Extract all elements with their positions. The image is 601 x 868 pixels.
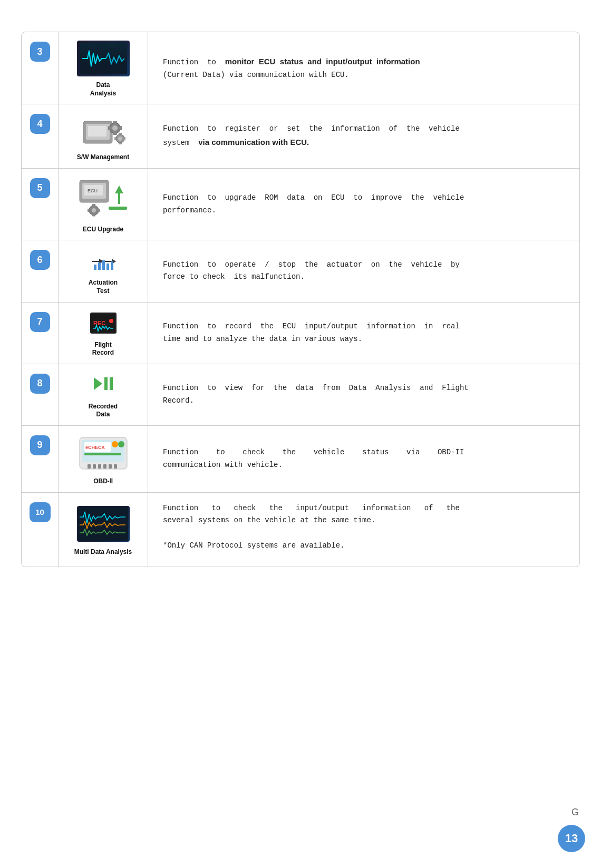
svg-text:REC: REC [93, 320, 105, 326]
icon-cell: RecordedData [59, 364, 148, 425]
obd-icon: eCHECK [77, 435, 130, 471]
icon-cell: ECU ECU Upgrade [59, 169, 148, 240]
svg-rect-42 [104, 377, 108, 390]
svg-rect-52 [93, 464, 96, 469]
icon-box: ECU [74, 175, 132, 222]
number-badge: 9 [30, 435, 50, 455]
recorded-data-icon [93, 375, 114, 394]
description-cell: Function to check the vehicle status via… [148, 426, 579, 492]
description-cell: Function to view for the data from Data … [148, 364, 579, 425]
number-badge: 4 [30, 114, 50, 134]
description-text: Function to view for the data from Data … [163, 382, 469, 407]
svg-rect-10 [120, 126, 122, 130]
svg-rect-9 [108, 126, 110, 130]
svg-rect-56 [114, 464, 117, 469]
icon-cell: Multi Data Analysis [59, 493, 148, 567]
svg-rect-15 [114, 137, 116, 140]
row-number-cell: 6 [22, 240, 59, 301]
icon-box [74, 503, 132, 545]
number-badge: 5 [30, 178, 50, 198]
svg-text:ECU: ECU [88, 188, 98, 193]
icon-label: RecordedData [89, 403, 118, 419]
description-text: Function to record the ECU input/output … [163, 320, 460, 346]
svg-rect-4 [88, 126, 106, 136]
icon-label: Multi Data Analysis [74, 548, 132, 557]
svg-point-12 [118, 136, 122, 141]
description-text: Function to check the input/output infor… [163, 502, 460, 552]
number-badge: 7 [30, 312, 50, 332]
row-number-cell: 9 [22, 426, 59, 492]
table-row: 4 [22, 104, 579, 169]
icon-label: DataAnalysis [90, 81, 116, 97]
description-text: Function to register or set the informat… [163, 123, 460, 150]
sw-mgmt-icon [80, 113, 127, 148]
description-text: Function to monitor ECU status and input… [163, 55, 420, 82]
svg-rect-37 [111, 261, 113, 270]
table-row: 3 [22, 32, 579, 104]
table-row: 8 RecordedData Function to [22, 364, 579, 426]
icon-label: OBD-Ⅱ [93, 477, 113, 486]
row-number-cell: 10 [22, 493, 59, 567]
description-cell: Function to record the ECU input/output … [148, 303, 579, 364]
svg-rect-53 [98, 464, 101, 469]
description-text: Function to operate / stop the actuator … [163, 259, 460, 284]
icon-label: S/W Management [77, 153, 129, 162]
svg-rect-1 [80, 43, 127, 74]
svg-rect-48 [84, 453, 121, 455]
svg-point-40 [109, 319, 113, 323]
svg-rect-35 [102, 260, 105, 270]
page-number: 13 [558, 825, 585, 852]
row-number-cell: 3 [22, 32, 59, 104]
svg-rect-25 [92, 204, 95, 206]
data-analysis-icon [77, 41, 130, 76]
svg-marker-21 [115, 186, 123, 204]
svg-rect-14 [119, 143, 122, 144]
svg-marker-41 [94, 377, 102, 390]
svg-rect-16 [124, 137, 125, 140]
svg-rect-55 [109, 464, 112, 469]
icon-box: REC [74, 309, 132, 338]
number-badge: 10 [30, 502, 51, 522]
number-badge: 6 [30, 250, 50, 270]
icon-box [74, 370, 132, 399]
svg-rect-26 [92, 214, 95, 217]
multi-data-analysis-icon [77, 506, 130, 542]
svg-point-49 [112, 441, 118, 447]
table-row: 6 [22, 240, 579, 302]
description-cell: Function to operate / stop the actuator … [148, 240, 579, 301]
icon-label: ActuationTest [89, 279, 118, 295]
description-text: Function to upgrade ROM data on ECU to i… [163, 192, 464, 217]
ecu-upgrade-icon: ECU [77, 180, 130, 217]
icon-cell: S/W Management [59, 104, 148, 168]
table-row: 10 Multi Data [22, 493, 579, 567]
icon-box [74, 247, 132, 276]
svg-rect-51 [88, 464, 91, 469]
icon-box [74, 38, 132, 78]
description-text: Function to check the vehicle status via… [163, 446, 464, 472]
flight-record-icon: REC [90, 313, 117, 334]
table-row: 5 ECU [22, 169, 579, 241]
table-row: 7 REC FlightRecord [22, 303, 579, 364]
description-cell: Function to upgrade ROM data on ECU to i… [148, 169, 579, 240]
svg-rect-33 [94, 265, 96, 270]
svg-point-24 [92, 208, 96, 212]
description-cell: Function to register or set the informat… [148, 104, 579, 168]
icon-box: eCHECK [74, 432, 132, 474]
icon-cell: DataAnalysis [59, 32, 148, 104]
row-number-cell: 4 [22, 104, 59, 168]
actuation-icon [91, 251, 116, 272]
svg-rect-34 [98, 262, 101, 270]
icon-label: FlightRecord [92, 341, 114, 357]
icon-cell: REC FlightRecord [59, 303, 148, 364]
description-cell: Function to monitor ECU status and input… [148, 32, 579, 104]
row-number-cell: 5 [22, 169, 59, 240]
icon-cell: eCHECK OBD- [59, 426, 148, 492]
icon-cell: ActuationTest [59, 240, 148, 301]
svg-rect-13 [119, 133, 122, 134]
icon-label: ECU Upgrade [83, 226, 123, 234]
g-mark: G [571, 807, 579, 818]
svg-rect-28 [98, 209, 100, 212]
svg-point-50 [118, 441, 124, 447]
icon-box [74, 111, 132, 150]
table-row: 9 eCHECK [22, 426, 579, 493]
